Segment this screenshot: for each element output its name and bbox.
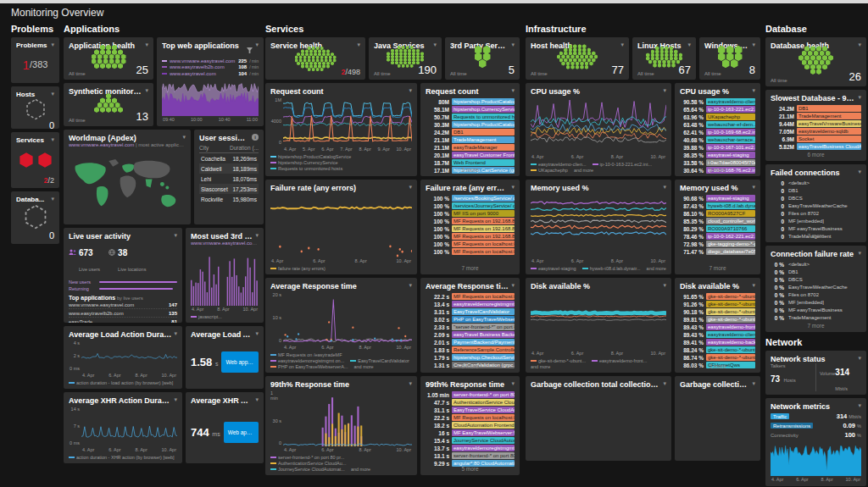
avg-xhr-action-duration-chart-tile[interactable]: Average XHR Action Duration▾ 14 s7 s0 ms… [64, 392, 182, 463]
list-item[interactable]: 65.64 %ip-10-0-163-221.ec2.int... [680, 106, 755, 113]
chevron-down-icon[interactable]: ▾ [858, 94, 861, 101]
database-health-tile[interactable]: Database health▾ All time26 [765, 37, 866, 86]
list-item[interactable]: 40.68 %webauxchar-terrace... [680, 136, 755, 143]
chevron-down-icon[interactable]: ▾ [858, 355, 861, 362]
chevron-down-icon[interactable]: ▾ [255, 330, 259, 337]
chevron-down-icon[interactable]: ▾ [51, 42, 54, 48]
worldmap-tile[interactable]: Worldmap (Apdex)▾ www.vmware.easytravel.… [64, 130, 191, 224]
list-item[interactable]: 63.48 %webauxchar-ef-dem... [680, 121, 755, 128]
list-item[interactable]: 91.65 %gke-sit-demo-*-ubunt... [680, 293, 755, 300]
chevron-down-icon[interactable]: ▾ [145, 87, 148, 94]
list-item[interactable]: 0MF [embedded] [771, 218, 861, 224]
table-row[interactable]: Caldwell18,189ms [199, 163, 259, 174]
services-problems-tile[interactable]: Services▾ 2/2 [11, 132, 59, 188]
synthetic-monitor-health-tile[interactable]: Synthetic monitor health▾ All time13 [64, 83, 153, 126]
chevron-down-icon[interactable]: ▾ [858, 402, 861, 409]
avg-load-action-duration-chart-tile[interactable]: Average Load Action Duration▾ 4 s2 s0 ms… [64, 326, 182, 389]
more-link[interactable]: 5 more [680, 363, 755, 369]
chevron-down-icon[interactable]: ▾ [511, 87, 515, 94]
more-link[interactable]: 5 more [426, 466, 515, 472]
list-item[interactable]: 22.2 sMF Requests on localhost:8381 [426, 414, 515, 421]
metric-row[interactable]: Connectivity100 % [771, 431, 861, 439]
table-row[interactable]: Coachella18,269ms [199, 153, 259, 163]
chevron-down-icon[interactable]: ▾ [511, 380, 515, 387]
list-item[interactable]: 100 %MF IIS on port 9000 [426, 210, 515, 217]
user-sessions-tile[interactable]: User sessions qu...i CityDuration (... C… [194, 130, 264, 224]
most-used-3rd-parties-tile[interactable]: Most used 3rd parties▾ www.vmware.easytr… [186, 228, 264, 323]
hosts-problems-tile[interactable]: Hosts▾ 0 [11, 86, 59, 129]
list-item[interactable]: 0DB1 [771, 187, 861, 194]
chevron-down-icon[interactable]: ▾ [858, 250, 861, 257]
garbage-collection-list-tile[interactable]: Garbage collection to...▾ [675, 376, 760, 461]
metric-row[interactable]: Retransmissions0.09 % [771, 422, 861, 429]
list-item[interactable]: 0EasyTravelWeatherCache [771, 202, 861, 209]
chevron-down-icon[interactable]: ▾ [752, 184, 755, 191]
list-item[interactable]: 18.7MWeb Frontend [426, 159, 515, 166]
request-count-list-tile[interactable]: Request count▾ 80Mhipstershop.ProductCat… [420, 83, 520, 176]
list-item[interactable]: 21.1MeasyTradeManager [426, 144, 515, 151]
more-link[interactable]: 7 more [680, 265, 755, 271]
chevron-down-icon[interactable]: ▾ [182, 134, 186, 141]
p99-response-time-list-tile[interactable]: 99th% Response time▾ 1.05 minserver-fron… [420, 376, 520, 475]
list-item[interactable]: 21.1MTradeManagement [771, 113, 861, 119]
list-item[interactable]: 0 %DBCS [771, 276, 861, 283]
list-item[interactable]: 86.10 %RO000A9527CF [680, 210, 755, 217]
application-link[interactable]: www.vmware.easytravel.com [191, 241, 257, 246]
list-item[interactable]: 58.1Mhipstershop.CurrencyService [426, 106, 515, 113]
list-item[interactable]: 0DBCS [771, 195, 861, 202]
list-item[interactable]: 6.9MSocket [771, 136, 861, 142]
list-item[interactable]: 63.96 %UKapachephp [680, 113, 755, 120]
list-item[interactable]: 24.2MDB1 [771, 105, 861, 112]
list-item[interactable]: 0Files on 8702 [771, 210, 861, 217]
failed-connections-tile[interactable]: Failed connections▾ 0<default>0DB10DBCS0… [765, 164, 866, 242]
list-item[interactable]: 2.33 s"server-frontend-*" on port 80 pr.… [426, 324, 515, 330]
web-application-button[interactable]: Web applicati... [224, 422, 259, 443]
chevron-down-icon[interactable]: ▾ [752, 87, 755, 94]
list-item[interactable]: 3.02 sPHP on EasyTravelWebserverA... [426, 316, 515, 323]
chevron-down-icon[interactable]: ▾ [858, 42, 861, 48]
list-item[interactable]: 89.41 %easytraveldemo-back... [680, 339, 755, 346]
third-party-services-tile[interactable]: 3rd Party Services▾ All time5 [445, 37, 520, 80]
chevron-down-icon[interactable]: ▾ [858, 169, 861, 175]
list-item[interactable]: 0 %TradeManagement [771, 314, 861, 321]
list-item[interactable]: 21.1MTradeManagement [426, 136, 515, 143]
problems-tile[interactable]: Problems▾ 1/383 [11, 37, 59, 83]
table-row[interactable]: Lehi18,076ms [199, 174, 259, 184]
list-item[interactable]: 90.68 %easytravel-staging [680, 195, 755, 202]
list-item[interactable]: www.vmware.easytravel.com147 [69, 301, 177, 309]
live-user-activity-tile[interactable]: Live user activity▾ 673Live users 38Live… [64, 228, 182, 323]
list-item[interactable]: 1.83 sReferenceSample.Controller.Azu... [426, 346, 515, 353]
list-item[interactable]: 89.43 %easytraveldemo-clien... [680, 331, 755, 338]
list-item[interactable]: 100 %/services/BookingService/ on p... [426, 195, 515, 202]
list-item[interactable]: 13.4 seasytraveldemoregistmgmt on ... [426, 301, 515, 307]
list-item[interactable]: 85.35 %cloud_controller_work... [680, 218, 755, 224]
top-web-applications-tile[interactable]: Top web applications ▾ www.vmware.easytr… [157, 37, 264, 126]
list-item[interactable]: 89.43 %easytraveldemo-front... [680, 324, 755, 330]
cpu-usage-list-tile[interactable]: CPU usage %▾ 90.58 %easytraveldemo-clien… [675, 83, 760, 176]
failure-rate-chart-tile[interactable]: Failure rate (any errors)▾ 4. Apr6. Apr8… [265, 180, 417, 274]
failure-rate-list-tile[interactable]: Failure rate (any errors)▾ 100 %/service… [420, 180, 520, 274]
avg-xhr-action-value-tile[interactable]: Average XHR Ac...▾ 744 ms Web applicati.… [186, 392, 264, 463]
chevron-down-icon[interactable]: ▾ [663, 282, 666, 289]
chevron-down-icon[interactable]: ▾ [409, 87, 412, 94]
avg-response-time-chart-tile[interactable]: Average Response time▾ 20 s10 s0 4. Apr6… [265, 278, 417, 373]
list-item[interactable]: 50.7MRequests to unmonitored hosts [426, 113, 515, 120]
list-item[interactable]: 22.2 sMF Requests on localhost:8381 [426, 293, 515, 300]
list-item[interactable]: 0 %Files on 8702 [771, 291, 861, 298]
network-status-tile[interactable]: Network status▾ Talkers 73 Hosts Volume3… [765, 351, 866, 395]
list-item[interactable]: 33.58 %i-0ac7dae080045f70e [680, 159, 755, 166]
chevron-down-icon[interactable]: ▾ [51, 91, 54, 97]
list-item[interactable]: 91.26 %gke-sit-demo-*-ubunt... [680, 301, 755, 307]
list-item[interactable]: 13.1 sserver-frontend-* on port 80 [426, 452, 515, 459]
chevron-down-icon[interactable]: ▾ [174, 232, 177, 239]
chevron-down-icon[interactable]: ▾ [255, 232, 259, 239]
list-item[interactable]: 9.44MeasyTravelVmwareBusiness [771, 120, 861, 127]
chevron-down-icon[interactable]: ▾ [663, 184, 666, 191]
list-item[interactable]: 100 %MF Requests on localhost:8381 [426, 248, 515, 255]
list-item[interactable]: 90.58 %easytraveldemo-clien... [680, 98, 755, 105]
world-map[interactable] [69, 149, 186, 221]
web-application-button[interactable]: Web applicati... [221, 351, 259, 373]
list-item[interactable]: 47.7 sAuthenticationService Cloud... [426, 399, 515, 406]
chevron-down-icon[interactable]: ▾ [255, 42, 259, 48]
service-health-tile[interactable]: Service health▾ 2/498 [265, 37, 365, 80]
